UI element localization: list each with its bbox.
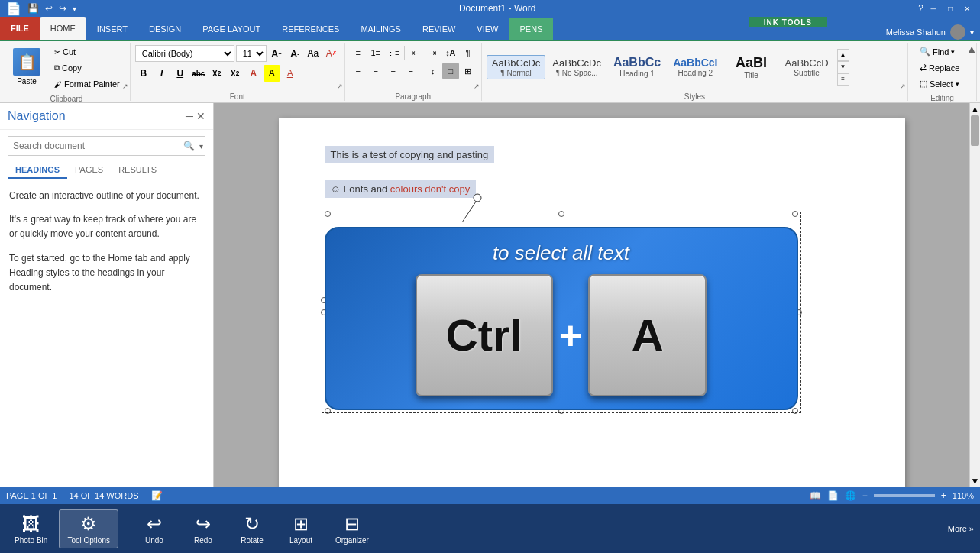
quick-access-redo[interactable]: ↪ (59, 3, 66, 14)
bullets-button[interactable]: ≡ (350, 44, 367, 61)
increase-indent-button[interactable]: ⇥ (425, 44, 441, 61)
align-center-button[interactable]: ≡ (367, 63, 384, 79)
graphic-selection-container[interactable]: to select all text Ctrl + A (325, 215, 798, 410)
sort-button[interactable]: ↕A (442, 44, 459, 61)
view-read-button[interactable]: 📖 (810, 490, 821, 501)
style-heading2-button[interactable]: AaBbCcI Heading 2 (668, 54, 723, 79)
superscript-button[interactable]: X2 (227, 65, 244, 82)
taskbar-undo[interactable]: ↩ Undo (131, 509, 177, 548)
shading-button[interactable]: □ (442, 63, 459, 79)
tab-review[interactable]: REVIEW (412, 18, 466, 40)
style-normal-button[interactable]: AaBbCcDc ¶ Normal (487, 55, 546, 79)
scroll-track[interactable] (970, 115, 980, 475)
nav-minimize-button[interactable]: ─ (186, 110, 193, 122)
zoom-slider[interactable] (874, 494, 935, 497)
increase-font-button[interactable]: A+ (268, 45, 285, 62)
show-formatting-button[interactable]: ¶ (460, 44, 477, 61)
proofread-icon[interactable]: 📝 (151, 490, 163, 501)
style-heading1-button[interactable]: AaBbCc Heading 1 (608, 53, 666, 80)
tab-view[interactable]: VIEW (466, 18, 509, 40)
paragraph-expand-icon[interactable]: ↗ (474, 82, 480, 90)
search-dropdown-icon[interactable]: ▾ (198, 142, 205, 150)
text-effects-button[interactable]: A (245, 65, 262, 82)
right-scrollbar[interactable]: ▲ ▼ (969, 103, 980, 487)
user-dropdown-icon[interactable]: ▾ (970, 28, 974, 37)
align-right-button[interactable]: ≡ (385, 63, 402, 79)
handle-top-center[interactable] (558, 211, 564, 217)
subscript-button[interactable]: X2 (209, 65, 225, 82)
styles-more[interactable]: ≡ (837, 73, 849, 86)
style-subtitle-button[interactable]: AaBbCcD Subtitle (780, 55, 834, 79)
help-icon[interactable]: ? (918, 3, 923, 14)
more-label[interactable]: More » (948, 524, 974, 533)
highlight-button[interactable]: A (264, 65, 280, 82)
search-icon[interactable]: 🔍 (180, 141, 198, 151)
tab-home[interactable]: HOME (40, 17, 86, 40)
bold-button[interactable]: B (135, 65, 152, 82)
font-size-selector[interactable]: 11 (236, 45, 267, 62)
tab-insert[interactable]: INSERT (86, 18, 138, 40)
quick-access-save[interactable]: 💾 (27, 3, 39, 14)
font-expand-icon[interactable]: ↗ (337, 82, 343, 90)
nav-tab-results[interactable]: RESULTS (111, 162, 164, 179)
select-button[interactable]: ⬚ Select ▾ (913, 76, 966, 91)
scroll-down-button[interactable]: ▼ (970, 475, 980, 487)
justify-button[interactable]: ≡ (403, 63, 419, 79)
handle-top-right[interactable] (792, 211, 798, 217)
document-area[interactable]: This is a test of copying and pasting ☺ … (214, 103, 969, 487)
italic-button[interactable]: I (154, 65, 170, 82)
collapse-ribbon-button[interactable]: ▲ (966, 43, 977, 55)
nav-close-button[interactable]: ✕ (196, 110, 205, 122)
tab-design[interactable]: DESIGN (138, 18, 192, 40)
clear-formatting-button[interactable]: A✗ (323, 45, 340, 62)
taskbar-layout[interactable]: ⊞ Layout (278, 509, 324, 548)
underline-button[interactable]: U (172, 65, 189, 82)
minimize-button[interactable]: ─ (927, 3, 940, 14)
styles-scroll-up[interactable]: ▲ (837, 49, 849, 61)
numbered-list-button[interactable]: 1≡ (367, 44, 384, 61)
clipboard-expand-icon[interactable]: ↗ (122, 82, 128, 90)
change-case-button[interactable]: Aa (305, 45, 322, 62)
taskbar-redo[interactable]: ↪ Redo (180, 509, 226, 548)
style-title-button[interactable]: AaBI Title (725, 53, 778, 82)
borders-button[interactable]: ⊞ (460, 63, 477, 79)
scroll-thumb[interactable] (971, 115, 979, 146)
handle-top-left[interactable] (325, 211, 331, 217)
paste-button[interactable]: 📋 Paste (8, 44, 46, 92)
ctrl-a-graphic[interactable]: to select all text Ctrl + A (325, 227, 798, 410)
multilevel-list-button[interactable]: ⋮≡ (385, 44, 402, 61)
nav-tab-pages[interactable]: PAGES (67, 162, 111, 179)
view-web-button[interactable]: 🌐 (845, 490, 856, 501)
styles-expand-icon[interactable]: ↗ (900, 82, 906, 90)
restore-button[interactable]: □ (943, 3, 957, 14)
font-color-button[interactable]: A (282, 65, 299, 82)
taskbar-photo-bin[interactable]: 🖼 Photo Bin (6, 509, 56, 548)
decrease-indent-button[interactable]: ⇤ (407, 44, 424, 61)
format-painter-button[interactable]: 🖌 Format Painter (49, 76, 125, 92)
cut-button[interactable]: ✂ Cut (49, 44, 125, 60)
line-spacing-button[interactable]: ↕ (425, 63, 441, 79)
find-button[interactable]: 🔍 Find ▾ (913, 44, 962, 59)
style-nospace-button[interactable]: AaBbCcDc ¶ No Spac... (547, 55, 606, 79)
tab-file[interactable]: FILE (0, 17, 40, 40)
tab-references[interactable]: REFERENCES (271, 18, 350, 40)
copy-button[interactable]: ⧉ Copy (49, 60, 125, 76)
search-input[interactable] (8, 141, 180, 151)
view-print-button[interactable]: 📄 (827, 490, 839, 501)
handle-bot-right[interactable] (792, 408, 798, 414)
nav-tab-headings[interactable]: HEADINGS (8, 162, 67, 179)
close-button[interactable]: ✕ (960, 3, 974, 14)
zoom-in-button[interactable]: + (941, 490, 946, 501)
scroll-up-button[interactable]: ▲ (970, 103, 980, 115)
font-name-selector[interactable]: Calibri (Body) (135, 45, 234, 62)
taskbar-tool-options[interactable]: ⚙ Tool Options (59, 509, 118, 548)
replace-button[interactable]: ⇄ Replace (913, 60, 966, 75)
align-left-button[interactable]: ≡ (350, 63, 367, 79)
zoom-out-button[interactable]: − (862, 490, 868, 501)
handle-bot-left[interactable] (325, 408, 331, 414)
tab-page-layout[interactable]: PAGE LAYOUT (192, 18, 271, 40)
taskbar-organizer[interactable]: ⊟ Organizer (327, 509, 377, 548)
strikethrough-button[interactable]: abc (190, 65, 207, 82)
styles-scroll-down[interactable]: ▼ (837, 61, 849, 73)
tab-pens[interactable]: PENS (509, 18, 553, 40)
